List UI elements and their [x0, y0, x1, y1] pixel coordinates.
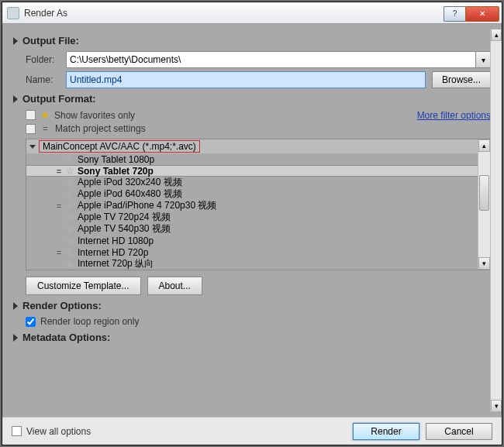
- section-metadata-options[interactable]: Metadata Options:: [13, 332, 491, 343]
- section-title: Output Format:: [22, 93, 96, 105]
- preset-row[interactable]: =☆Sony Tablet 720p: [26, 165, 478, 177]
- preset-label: Internet HD 720p: [78, 247, 148, 258]
- customize-template-button[interactable]: Customize Template...: [26, 277, 141, 295]
- chevron-down-icon: [29, 145, 36, 149]
- preset-row[interactable]: ☆Internet 720p 纵向: [26, 258, 478, 270]
- preset-row[interactable]: ☆Apple TV 540p30 视频: [26, 223, 478, 235]
- section-render-options[interactable]: Render Options:: [13, 300, 491, 311]
- star-icon: ☆: [66, 177, 74, 188]
- scroll-thumb[interactable]: [479, 175, 489, 211]
- view-all-checkbox[interactable]: [12, 426, 22, 436]
- star-icon: ☆: [66, 201, 74, 211]
- match-icon: =: [40, 124, 50, 133]
- close-button[interactable]: ✕: [465, 6, 499, 22]
- content-scrollbar[interactable]: ▴ ▾: [490, 29, 502, 412]
- help-button[interactable]: ?: [444, 6, 465, 22]
- section-output-file[interactable]: Output File:: [13, 35, 491, 46]
- preset-row[interactable]: ☆Apple iPod 320x240 视频: [26, 177, 478, 188]
- star-icon: ☆: [66, 212, 74, 223]
- format-pane: MainConcept AVC/AAC (*.mp4;*.avc) ☆Sony …: [26, 139, 491, 270]
- more-filter-link[interactable]: More filter options: [417, 110, 491, 121]
- browse-button[interactable]: Browse...: [432, 71, 491, 88]
- app-icon: [7, 7, 19, 19]
- pane-scrollbar[interactable]: ▴ ▾: [478, 139, 490, 270]
- titlebar: Render As ? ✕: [2, 2, 502, 24]
- preset-label: Sony Tablet 1080p: [78, 154, 154, 165]
- folder-display[interactable]: C:\Users\betty\Documents\: [66, 51, 476, 68]
- expand-icon: [13, 302, 18, 310]
- star-icon: ☆: [66, 189, 74, 200]
- preset-row[interactable]: =☆Internet HD 720p: [26, 246, 478, 258]
- footer: View all options Render Cancel: [2, 417, 502, 445]
- expand-icon: [13, 95, 18, 103]
- content-area: Output File: Folder: C:\Users\betty\Docu…: [2, 24, 502, 417]
- star-icon: ☆: [66, 166, 74, 177]
- match-icon: =: [54, 201, 64, 211]
- preset-row[interactable]: ☆Internet HD 1080p: [26, 235, 478, 246]
- preset-label: Internet HD 1080p: [78, 236, 154, 246]
- folder-label: Folder:: [26, 54, 66, 65]
- preset-row[interactable]: =☆Apple iPad/iPhone 4 720p30 视频: [26, 200, 478, 211]
- match-label: Match project settings: [55, 123, 146, 134]
- cancel-button[interactable]: Cancel: [426, 423, 492, 440]
- preset-row[interactable]: ☆Sony Tablet 1080p: [26, 153, 478, 165]
- loop-region-label: Render loop region only: [40, 316, 139, 327]
- preset-row[interactable]: ☆Apple TV 720p24 视频: [26, 211, 478, 223]
- star-icon: ☆: [66, 247, 74, 258]
- scroll-down-icon[interactable]: ▾: [478, 257, 490, 270]
- render-button[interactable]: Render: [353, 423, 419, 440]
- section-output-format[interactable]: Output Format:: [13, 93, 491, 105]
- codec-name: MainConcept AVC/AAC (*.mp4;*.avc): [39, 140, 200, 153]
- preset-row[interactable]: ☆Apple iPod 640x480 视频: [26, 188, 478, 200]
- preset-label: Internet 720p 纵向: [78, 257, 154, 270]
- star-icon: ☆: [66, 236, 74, 246]
- match-checkbox[interactable]: [26, 124, 36, 134]
- match-icon: =: [54, 167, 64, 176]
- folder-dropdown-button[interactable]: ▾: [475, 51, 491, 68]
- name-input[interactable]: [66, 71, 426, 88]
- scroll-up-icon[interactable]: ▴: [478, 139, 490, 152]
- window-title: Render As: [24, 8, 444, 19]
- scroll-down-icon[interactable]: ▾: [491, 400, 502, 412]
- section-title: Render Options:: [22, 300, 102, 311]
- view-all-label: View all options: [26, 426, 91, 437]
- favorites-label: Show favorites only: [54, 110, 135, 121]
- star-icon: ☆: [66, 259, 74, 270]
- match-icon: =: [54, 248, 64, 257]
- preset-label: Apple TV 540p30 视频: [78, 222, 171, 236]
- section-title: Output File:: [22, 35, 79, 46]
- star-icon: ★: [40, 109, 50, 121]
- dialog-window: Render As ? ✕ Output File: Folder: C:\Us…: [2, 2, 502, 445]
- section-title: Metadata Options:: [22, 332, 110, 343]
- about-button[interactable]: About...: [147, 277, 202, 295]
- codec-row[interactable]: MainConcept AVC/AAC (*.mp4;*.avc): [26, 139, 478, 153]
- expand-icon: [13, 37, 18, 45]
- expand-icon: [13, 334, 18, 342]
- name-label: Name:: [26, 74, 66, 85]
- scroll-up-icon[interactable]: ▴: [491, 29, 502, 41]
- star-icon: ☆: [66, 154, 74, 165]
- loop-region-checkbox[interactable]: [26, 317, 36, 327]
- preset-label: Sony Tablet 720p: [78, 166, 154, 177]
- star-icon: ☆: [66, 224, 74, 235]
- favorites-checkbox[interactable]: [26, 110, 36, 120]
